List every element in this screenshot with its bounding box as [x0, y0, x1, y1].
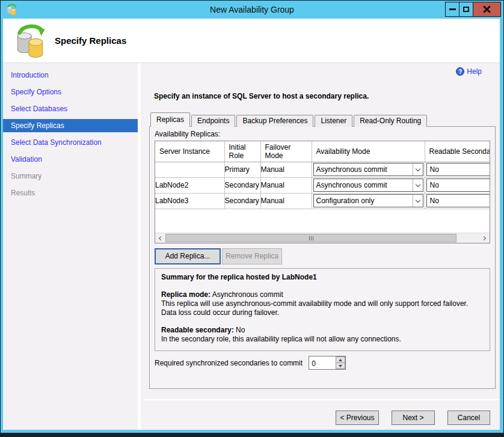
tab-backup-preferences[interactable]: Backup Preferences: [236, 115, 313, 127]
replicas-tab-page: Availability Replicas: Server Instance I…: [149, 126, 496, 389]
sidebar-item-summary: Summary: [3, 168, 138, 185]
cancel-button[interactable]: Cancel: [447, 411, 490, 425]
availability-replicas-label: Availability Replicas:: [155, 130, 220, 138]
sidebar-item-specify-options[interactable]: Specify Options: [3, 84, 138, 100]
column-initial-role: Initial Role: [224, 141, 260, 162]
replicas-grid: Server Instance Initial Role Failover Mo…: [155, 141, 490, 243]
cell-failover-mode: Manual: [260, 193, 312, 209]
column-availability-mode: Availability Mode: [312, 141, 425, 162]
readable-secondary-description: In the secondary role, this availability…: [161, 335, 484, 344]
close-icon: [483, 5, 491, 13]
readable-secondary-value: No: [430, 181, 439, 189]
tab-read-only-routing[interactable]: Read-Only Routing: [354, 115, 427, 127]
page-title: Specify Replicas: [55, 35, 126, 46]
cell-failover-mode: Manual: [260, 162, 312, 177]
minimize-icon: [449, 8, 456, 10]
scrollbar-thumb[interactable]: [165, 234, 456, 242]
readable-secondary-label: Readable secondary:: [161, 326, 234, 334]
readable-secondary-value: No: [430, 165, 439, 174]
column-server-instance: Server Instance: [155, 141, 224, 162]
table-row: LabNode1 Primary Manual Asynchronous com…: [155, 162, 490, 177]
tab-endpoints[interactable]: Endpoints: [191, 115, 235, 127]
readable-secondary-select[interactable]: No: [426, 163, 491, 176]
availability-mode-value: Asynchronous commit: [314, 181, 413, 189]
availability-group-icon: [14, 23, 46, 58]
readable-secondary-select[interactable]: No: [426, 194, 491, 207]
sidebar-item-introduction[interactable]: Introduction: [3, 67, 138, 84]
chevron-right-icon: [482, 236, 486, 240]
chevron-down-icon[interactable]: [413, 179, 423, 191]
availability-mode-value: Configuration only: [314, 197, 413, 205]
tab-listener[interactable]: Listener: [315, 115, 352, 127]
sidebar-item-results: Results: [3, 185, 138, 201]
cell-initial-role: Primary: [224, 162, 260, 177]
chevron-left-icon: [159, 236, 163, 240]
next-button[interactable]: Next >: [392, 411, 435, 425]
table-row: LabNode2 Secondary Manual Asynchronous c…: [155, 177, 490, 193]
main-content: ? Help Specify an instance of SQL Server…: [144, 63, 500, 430]
footer-divider: [144, 399, 500, 400]
commit-setting-row: Required synchronized secondaries to com…: [155, 356, 346, 370]
tab-replicas[interactable]: Replicas: [150, 112, 190, 127]
readable-secondary-value: No: [236, 326, 245, 334]
sidebar-item-specify-replicas[interactable]: Specify Replicas: [3, 119, 138, 132]
grid-header-row: Server Instance Initial Role Failover Mo…: [155, 141, 490, 162]
wizard-steps-sidebar: Introduction Specify Options Select Data…: [3, 63, 141, 430]
triangle-down-icon: [339, 365, 342, 367]
column-failover-mode: Failover Mode: [260, 141, 312, 162]
close-button[interactable]: [473, 2, 501, 17]
help-icon: ?: [456, 67, 464, 76]
wizard-header: Specify Replicas: [3, 19, 500, 63]
triangle-up-icon: [339, 359, 342, 361]
cell-initial-role: Secondary: [224, 193, 260, 209]
scroll-left-button[interactable]: [155, 233, 165, 243]
dialog-body: Specify Replicas Introduction Specify Op…: [3, 19, 500, 430]
column-readable-secondary: Readable Secondary: [425, 141, 490, 162]
title-bar: New Availability Group: [1, 1, 503, 19]
add-replica-button[interactable]: Add Replica...: [155, 248, 221, 264]
tab-strip: Replicas Endpoints Backup Preferences Li…: [150, 112, 428, 127]
spin-down-button[interactable]: [336, 362, 345, 369]
chevron-down-icon[interactable]: [413, 163, 423, 176]
replica-summary-panel: Summary for the replica hosted by LabNod…: [155, 268, 490, 351]
readable-secondary-select[interactable]: No: [426, 179, 491, 192]
replica-mode-label: Replica mode:: [161, 290, 211, 299]
remove-replica-button: Remove Replica: [222, 248, 282, 264]
sidebar-item-validation[interactable]: Validation: [3, 151, 138, 168]
availability-mode-select[interactable]: Asynchronous commit: [313, 179, 423, 192]
replica-mode-description: This replica will use asynchronous-commi…: [161, 299, 484, 317]
horizontal-scrollbar[interactable]: [155, 233, 490, 243]
table-row: LabNode3 Secondary Manual Configuration …: [155, 193, 490, 209]
maximize-icon: [463, 7, 469, 12]
previous-button[interactable]: < Previous: [336, 411, 379, 425]
scroll-right-button[interactable]: [479, 233, 490, 243]
dialog-window: New Availability Group Specify Replicas …: [0, 0, 504, 437]
cell-server-instance[interactable]: LabNode1: [155, 162, 224, 177]
summary-title: Summary for the replica hosted by LabNod…: [161, 273, 484, 282]
required-secondaries-spinner: [309, 356, 346, 370]
cell-initial-role: Secondary: [224, 177, 260, 193]
maximize-button[interactable]: [459, 2, 473, 17]
cell-failover-mode: Manual: [260, 177, 312, 193]
commit-label: Required synchronized secondaries to com…: [155, 359, 303, 367]
cell-server-instance[interactable]: LabNode3: [155, 193, 224, 209]
availability-mode-select[interactable]: Asynchronous commit: [313, 163, 423, 176]
window-bottom-edge: [1, 433, 503, 436]
help-label: Help: [467, 67, 482, 76]
sidebar-item-select-data-synchronization[interactable]: Select Data Synchronization: [3, 134, 138, 151]
availability-mode-select[interactable]: Configuration only: [313, 194, 423, 207]
chevron-down-icon[interactable]: [413, 195, 423, 207]
help-link[interactable]: ? Help: [456, 67, 482, 76]
readable-secondary-value: No: [430, 197, 439, 205]
cell-server-instance[interactable]: LabNode2: [155, 177, 224, 193]
window-title: New Availability Group: [1, 1, 503, 19]
replica-mode-value: Asynchronous commit: [212, 290, 283, 299]
minimize-button[interactable]: [445, 2, 459, 17]
instruction-text: Specify an instance of SQL Server to hos…: [154, 92, 369, 100]
required-secondaries-input[interactable]: [309, 356, 336, 369]
availability-mode-value: Asynchronous commit: [314, 165, 413, 174]
sidebar-item-select-databases[interactable]: Select Databases: [3, 100, 138, 117]
